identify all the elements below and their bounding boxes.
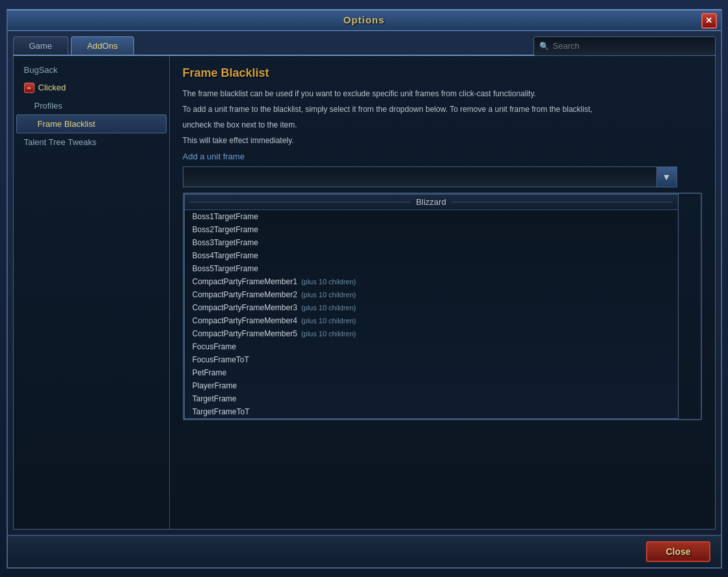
list-item[interactable]: TargetFrame xyxy=(185,392,678,405)
main-content: Game AddOns 🔍 BugSack − Clicked xyxy=(8,31,721,535)
list-item-name: CompactPartyFrameMember4 xyxy=(193,316,297,325)
list-item-name: FocusFrameToT xyxy=(193,355,249,364)
list-item-name: CompactPartyFrameMember1 xyxy=(193,277,297,286)
list-item[interactable]: TargetFrameToT xyxy=(185,405,678,418)
list-item[interactable]: Boss4TargetFrame xyxy=(185,249,678,262)
list-item[interactable]: Boss1TargetFrame xyxy=(185,210,678,223)
list-item[interactable]: FocusFrameToT xyxy=(185,353,678,366)
list-item[interactable]: CompactPartyFrameMember2(plus 10 childre… xyxy=(185,288,678,301)
list-item[interactable]: CompactPartyFrameMember5(plus 10 childre… xyxy=(185,327,678,340)
search-bar: 🔍 xyxy=(533,36,716,56)
minus-icon[interactable]: − xyxy=(24,83,34,93)
list-item-name: CompactPartyFrameMember3 xyxy=(193,303,297,312)
dropdown-arrow-icon[interactable]: ▼ xyxy=(656,167,677,187)
list-item[interactable]: Boss3TargetFrame xyxy=(185,236,678,249)
list-section-header: Blizzard xyxy=(185,195,678,210)
sidebar-item-clicked[interactable]: − Clicked xyxy=(14,79,169,97)
list-item[interactable]: Boss5TargetFrame xyxy=(185,262,678,275)
desc-line-4: This will take effect immediately. xyxy=(183,135,702,146)
frame-list: Blizzard Boss1TargetFrameBoss2TargetFram… xyxy=(184,194,679,419)
list-item-name: PlayerFrame xyxy=(193,381,237,390)
list-item-name: Boss2TargetFrame xyxy=(193,225,258,234)
list-item[interactable]: CompactPartyFrameMember1(plus 10 childre… xyxy=(185,275,678,288)
close-button[interactable]: Close xyxy=(646,541,710,562)
dropdown-row: ▼ xyxy=(183,167,677,187)
list-item[interactable]: CompactPartyFrameMember4(plus 10 childre… xyxy=(185,314,678,327)
list-item-name: PetFrame xyxy=(193,368,227,377)
desc-line-1: The frame blacklist can be used if you w… xyxy=(183,88,702,100)
list-item-name: FocusFrame xyxy=(193,342,236,351)
body-area: BugSack − Clicked Profiles Frame Blackli… xyxy=(13,55,716,530)
list-item[interactable]: PetFrame xyxy=(185,366,678,379)
tab-bar: Game AddOns 🔍 xyxy=(13,36,716,55)
add-frame-label: Add a unit frame xyxy=(183,152,702,161)
list-item-name: Boss5TargetFrame xyxy=(193,264,258,273)
sidebar-item-bugsack[interactable]: BugSack xyxy=(14,61,169,79)
sidebar: BugSack − Clicked Profiles Frame Blackli… xyxy=(14,56,170,529)
sidebar-item-frame-blacklist[interactable]: Frame Blacklist xyxy=(16,114,167,133)
sidebar-item-talent-tree-tweaks[interactable]: Talent Tree Tweaks xyxy=(14,133,169,151)
section-line-right xyxy=(452,202,673,202)
window-title: Options xyxy=(344,14,385,25)
title-bar: Options ✕ xyxy=(8,10,721,31)
section-line-left xyxy=(190,202,411,202)
list-item-name: CompactPartyFrameMember2 xyxy=(193,290,297,299)
search-icon: 🔍 xyxy=(539,42,549,51)
list-item-children: (plus 10 children) xyxy=(301,278,356,286)
desc-line-2: To add a unit frame to the blacklist, si… xyxy=(183,103,702,115)
unit-frame-dropdown[interactable] xyxy=(183,167,677,187)
list-item-name: TargetFrameToT xyxy=(193,407,250,416)
options-window: Options ✕ Game AddOns 🔍 BugSack xyxy=(7,9,722,569)
window-close-button[interactable]: ✕ xyxy=(701,13,717,29)
list-item[interactable]: PlayerFrame xyxy=(185,379,678,392)
list-item-name: CompactPartyFrameMember5 xyxy=(193,329,297,338)
search-input[interactable] xyxy=(553,41,710,51)
page-title: Frame Blacklist xyxy=(183,66,702,80)
list-item-name: Boss1TargetFrame xyxy=(193,212,258,221)
list-item[interactable]: Boss2TargetFrame xyxy=(185,223,678,236)
frame-list-container: Blizzard Boss1TargetFrameBoss2TargetFram… xyxy=(183,193,702,420)
list-item-children: (plus 10 children) xyxy=(301,317,356,325)
list-item-name: TargetFrame xyxy=(193,394,237,403)
content-area: Frame Blacklist The frame blacklist can … xyxy=(170,56,715,529)
sidebar-item-profiles[interactable]: Profiles xyxy=(14,97,169,114)
list-item[interactable]: FocusFrame xyxy=(185,340,678,353)
list-item-children: (plus 10 children) xyxy=(301,291,356,299)
dropdown-wrapper: ▼ xyxy=(183,167,702,187)
search-wrapper: 🔍 xyxy=(533,36,716,56)
list-item-name: Boss3TargetFrame xyxy=(193,238,258,247)
list-item-name: Boss4TargetFrame xyxy=(193,251,258,260)
tab-game[interactable]: Game xyxy=(13,36,68,55)
footer-bar: Close xyxy=(8,535,721,567)
desc-line-3: uncheck the box next to the item. xyxy=(183,119,702,131)
list-item[interactable]: CompactPartyFrameMember3(plus 10 childre… xyxy=(185,301,678,314)
list-item-children: (plus 10 children) xyxy=(301,330,356,338)
list-items: Boss1TargetFrameBoss2TargetFrameBoss3Tar… xyxy=(185,210,678,418)
tab-addons[interactable]: AddOns xyxy=(71,36,134,55)
list-item-children: (plus 10 children) xyxy=(301,304,356,312)
